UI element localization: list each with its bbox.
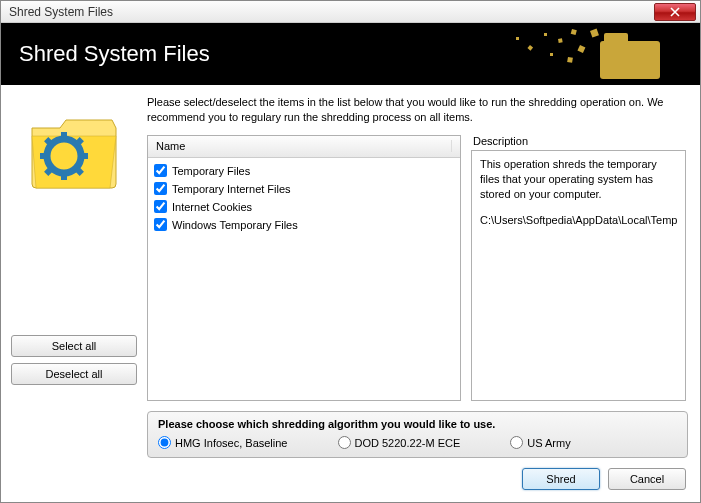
- algorithm-title: Please choose which shredding algorithm …: [158, 418, 677, 430]
- list-item-checkbox[interactable]: [154, 200, 167, 213]
- deselect-all-button[interactable]: Deselect all: [11, 363, 137, 385]
- algorithm-radio[interactable]: [158, 436, 171, 449]
- algorithm-label: HMG Infosec, Baseline: [175, 437, 288, 449]
- shred-folder-art-icon: [480, 23, 700, 85]
- algorithm-label: DOD 5220.22-M ECE: [355, 437, 461, 449]
- svg-rect-7: [567, 57, 573, 63]
- algorithm-label: US Army: [527, 437, 570, 449]
- svg-rect-15: [80, 153, 88, 159]
- description-panel: Description This operation shreds the te…: [471, 135, 686, 401]
- svg-rect-13: [61, 172, 67, 180]
- list-item[interactable]: Internet Cookies: [154, 198, 454, 216]
- svg-rect-8: [590, 29, 599, 38]
- left-column: Select all Deselect all: [1, 95, 147, 401]
- algorithm-radio[interactable]: [510, 436, 523, 449]
- items-list: Name Temporary FilesTemporary Internet F…: [147, 135, 461, 401]
- header-title: Shred System Files: [19, 41, 210, 67]
- svg-rect-5: [544, 33, 547, 36]
- list-item-label: Temporary Internet Files: [172, 183, 291, 195]
- shred-button[interactable]: Shred: [522, 468, 600, 490]
- svg-point-20: [58, 150, 70, 162]
- select-all-button[interactable]: Select all: [11, 335, 137, 357]
- list-item-label: Internet Cookies: [172, 201, 252, 213]
- footer-buttons: Shred Cancel: [1, 458, 700, 502]
- titlebar[interactable]: Shred System Files: [1, 1, 700, 23]
- svg-rect-10: [550, 53, 553, 56]
- shred-dialog: Shred System Files Shred System Files: [0, 0, 701, 503]
- list-item-label: Temporary Files: [172, 165, 250, 177]
- description-text: This operation shreds the temporary file…: [480, 157, 677, 203]
- svg-rect-0: [600, 41, 660, 79]
- folder-gear-icon: [24, 106, 124, 196]
- cancel-button[interactable]: Cancel: [608, 468, 686, 490]
- svg-rect-2: [571, 29, 577, 35]
- svg-rect-3: [558, 38, 563, 43]
- list-header-name: Name: [156, 140, 452, 152]
- list-item[interactable]: Temporary Internet Files: [154, 180, 454, 198]
- algorithm-option[interactable]: HMG Infosec, Baseline: [158, 436, 288, 449]
- algorithm-option[interactable]: US Army: [510, 436, 570, 449]
- description-label: Description: [471, 135, 686, 147]
- instruction-text: Please select/deselect the items in the …: [147, 95, 686, 125]
- list-item[interactable]: Temporary Files: [154, 162, 454, 180]
- list-item-checkbox[interactable]: [154, 218, 167, 231]
- window-title: Shred System Files: [5, 5, 654, 19]
- list-header[interactable]: Name: [148, 136, 460, 158]
- svg-rect-12: [61, 132, 67, 140]
- list-item[interactable]: Windows Temporary Files: [154, 216, 454, 234]
- algorithm-group: Please choose which shredding algorithm …: [147, 411, 688, 458]
- algorithm-option[interactable]: DOD 5220.22-M ECE: [338, 436, 461, 449]
- close-icon: [670, 7, 680, 17]
- description-box: This operation shreds the temporary file…: [471, 150, 686, 401]
- svg-rect-1: [604, 33, 628, 45]
- content-area: Select all Deselect all Please select/de…: [1, 85, 700, 502]
- list-item-checkbox[interactable]: [154, 164, 167, 177]
- svg-rect-4: [577, 45, 585, 53]
- list-item-label: Windows Temporary Files: [172, 219, 298, 231]
- algorithm-radio[interactable]: [338, 436, 351, 449]
- svg-rect-14: [40, 153, 48, 159]
- svg-rect-6: [527, 45, 533, 51]
- svg-rect-9: [516, 37, 519, 40]
- list-item-checkbox[interactable]: [154, 182, 167, 195]
- close-button[interactable]: [654, 3, 696, 21]
- header-banner: Shred System Files: [1, 23, 700, 85]
- description-path: C:\Users\Softpedia\AppData\Local\Temp: [480, 213, 677, 228]
